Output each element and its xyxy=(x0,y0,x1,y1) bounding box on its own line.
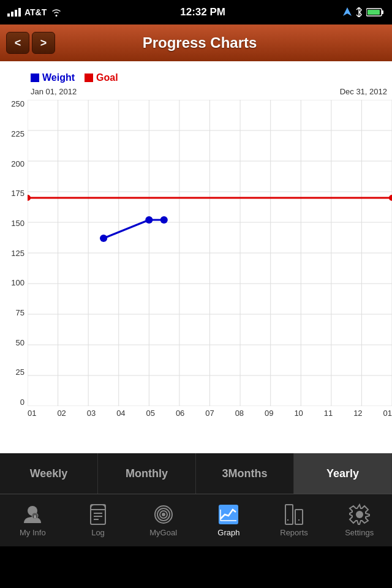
svg-point-35 xyxy=(145,216,153,224)
x-label-10: 10 xyxy=(294,409,303,418)
y-label-0: 0 xyxy=(1,398,24,406)
tab-reports-label: Reports xyxy=(280,528,308,537)
log-icon xyxy=(87,503,109,526)
page-title: Progress Charts xyxy=(62,34,337,51)
svg-rect-40 xyxy=(91,505,105,524)
carrier-label: AT&T xyxy=(24,7,47,17)
svg-marker-0 xyxy=(343,7,352,16)
tab-settings-label: Settings xyxy=(345,528,374,537)
y-label-200: 200 xyxy=(1,160,24,168)
tab-weekly[interactable]: Weekly xyxy=(0,453,98,494)
svg-rect-51 xyxy=(285,505,293,524)
tab-log-label: Log xyxy=(91,528,105,537)
svg-rect-2 xyxy=(382,10,383,14)
y-label-50: 50 xyxy=(1,339,24,347)
svg-rect-3 xyxy=(368,10,380,15)
tab-settings[interactable]: Settings xyxy=(326,494,392,546)
tab-my-info[interactable]: i My Info xyxy=(0,494,66,546)
x-label-02: 02 xyxy=(57,409,66,418)
x-label-06: 06 xyxy=(176,409,184,418)
x-label-01a: 01 xyxy=(28,409,36,418)
tab-yearly[interactable]: Yearly xyxy=(294,453,392,494)
x-label-05: 05 xyxy=(146,409,155,418)
x-label-01b: 01 xyxy=(383,409,392,418)
y-label-250: 250 xyxy=(1,100,24,108)
tab-reports[interactable]: Reports xyxy=(262,494,327,546)
tab-my-info-label: My Info xyxy=(20,528,46,537)
my-info-icon: i xyxy=(21,503,43,526)
x-axis: 01 02 03 04 05 06 07 08 09 10 11 12 01 xyxy=(28,406,392,418)
tab-3months[interactable]: 3Months xyxy=(196,453,294,494)
status-bar: AT&T 12:32 PM xyxy=(0,0,392,24)
x-label-03: 03 xyxy=(87,409,96,418)
y-label-75: 75 xyxy=(1,309,24,317)
date-start: Jan 01, 2012 xyxy=(31,87,77,96)
tab-mygoal-label: MyGoal xyxy=(149,528,177,537)
svg-text:i: i xyxy=(34,514,36,519)
x-label-08: 08 xyxy=(235,409,244,418)
reports-icon xyxy=(283,503,305,526)
location-icon xyxy=(343,7,352,17)
period-tabs: Weekly Monthly 3Months Yearly xyxy=(0,453,392,494)
tab-graph-label: Graph xyxy=(217,528,239,537)
status-time: 12:32 PM xyxy=(180,6,225,18)
y-label-225: 225 xyxy=(1,130,24,138)
legend-weight-box xyxy=(31,74,39,82)
y-label-150: 150 xyxy=(1,219,24,227)
tab-graph[interactable]: Graph xyxy=(196,494,262,546)
status-right xyxy=(343,7,385,17)
date-end: Dec 31, 2012 xyxy=(340,87,387,96)
tab-log[interactable]: Log xyxy=(66,494,131,546)
back-button[interactable]: < xyxy=(6,32,29,54)
forward-button[interactable]: > xyxy=(32,32,55,54)
chart-legend: Weight Goal xyxy=(0,67,392,86)
y-label-100: 100 xyxy=(1,279,24,287)
y-label-175: 175 xyxy=(1,189,24,197)
date-range: Jan 01, 2012 Dec 31, 2012 xyxy=(0,86,392,97)
svg-point-36 xyxy=(160,216,168,224)
chart-svg xyxy=(28,100,392,406)
y-axis: 0 25 50 75 100 125 150 175 200 225 250 xyxy=(0,100,28,406)
wifi-icon xyxy=(50,7,62,17)
tab-mygoal[interactable]: MyGoal xyxy=(130,494,196,546)
x-label-12: 12 xyxy=(353,409,362,418)
battery-icon xyxy=(366,7,385,17)
svg-rect-52 xyxy=(295,510,303,524)
legend-goal: Goal xyxy=(85,72,118,83)
y-label-125: 125 xyxy=(1,249,24,257)
status-left: AT&T xyxy=(7,7,62,17)
svg-point-34 xyxy=(100,235,107,242)
header: < > Progress Charts xyxy=(0,24,392,61)
nav-buttons: < > xyxy=(6,32,55,54)
x-label-07: 07 xyxy=(205,409,214,418)
x-label-04: 04 xyxy=(116,409,125,418)
tab-bar: i My Info Log MyGoal Graph xyxy=(0,494,392,546)
legend-weight-label: Weight xyxy=(42,72,75,83)
legend-goal-label: Goal xyxy=(96,72,118,83)
svg-point-47 xyxy=(162,513,165,516)
legend-weight: Weight xyxy=(31,72,75,83)
bluetooth-icon xyxy=(355,7,363,17)
tab-monthly[interactable]: Monthly xyxy=(98,453,196,494)
chart-area: Weight Goal Jan 01, 2012 Dec 31, 2012 0 … xyxy=(0,61,392,453)
x-label-09: 09 xyxy=(265,409,273,418)
y-label-25: 25 xyxy=(1,368,24,376)
settings-icon xyxy=(349,503,371,526)
legend-goal-box xyxy=(85,74,93,82)
signal-icon xyxy=(7,8,21,17)
mygoal-icon xyxy=(153,503,175,526)
graph-icon xyxy=(217,503,239,526)
x-label-11: 11 xyxy=(324,409,333,418)
